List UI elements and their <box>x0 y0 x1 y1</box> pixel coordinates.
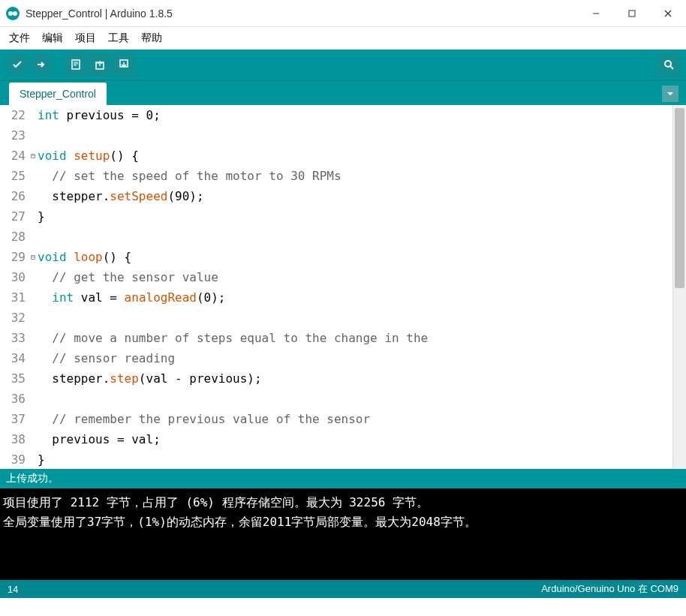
save-button[interactable] <box>113 53 135 76</box>
console-line: 项目使用了 2112 字节，占用了 (6%) 程序存储空间。最大为 32256 … <box>3 493 683 512</box>
menu-help[interactable]: 帮助 <box>135 29 168 48</box>
line-number: 33 <box>0 328 26 348</box>
code-line[interactable]: void setup() { <box>38 146 672 166</box>
bottom-bar: 14 Arduino/Genuino Uno 在 COM9 <box>0 580 686 598</box>
tab-row: Stepper_Control <box>0 80 686 105</box>
code-editor[interactable]: 222324252627282930313233343536373839 ⊟⊟ … <box>0 105 686 469</box>
open-button[interactable] <box>89 53 111 76</box>
code-line[interactable]: stepper.step(val - previous); <box>38 368 672 389</box>
scrollbar-thumb[interactable] <box>675 108 684 288</box>
line-gutter: 222324252627282930313233343536373839 <box>0 105 29 469</box>
menu-edit[interactable]: 编辑 <box>36 29 69 48</box>
fold-column[interactable]: ⊟⊟ <box>29 105 38 469</box>
code-line[interactable] <box>38 308 672 328</box>
svg-rect-1 <box>629 11 635 17</box>
line-number: 38 <box>0 429 26 449</box>
line-number: 29 <box>0 247 26 267</box>
window-controls <box>578 0 686 26</box>
arduino-icon <box>6 7 20 20</box>
line-number: 28 <box>0 227 26 247</box>
fold-marker <box>29 429 38 449</box>
menu-project[interactable]: 项目 <box>69 29 102 48</box>
fold-marker <box>29 227 38 247</box>
status-message: 上传成功。 <box>6 472 59 485</box>
console-output[interactable]: 项目使用了 2112 字节，占用了 (6%) 程序存储空间。最大为 32256 … <box>0 488 686 580</box>
line-number: 27 <box>0 206 26 227</box>
svg-rect-4 <box>72 60 80 69</box>
title-bar: Stepper_Control | Arduino 1.8.5 <box>0 0 686 27</box>
menu-tools[interactable]: 工具 <box>102 29 135 48</box>
console-line: 全局变量使用了37字节，(1%)的动态内存，余留2011字节局部变量。最大为20… <box>3 512 683 532</box>
code-line[interactable]: // move a number of steps equal to the c… <box>38 328 672 348</box>
fold-marker <box>29 186 38 206</box>
fold-marker <box>29 287 38 308</box>
fold-marker <box>29 409 38 429</box>
code-line[interactable]: } <box>38 206 672 227</box>
serial-monitor-button[interactable] <box>657 53 680 76</box>
fold-marker <box>29 308 38 328</box>
fold-marker <box>29 267 38 287</box>
fold-marker <box>29 348 38 368</box>
tab-sketch[interactable]: Stepper_Control <box>9 83 107 105</box>
line-number-indicator: 14 <box>8 584 18 595</box>
code-line[interactable]: stepper.setSpeed(90); <box>38 186 672 206</box>
menu-file[interactable]: 文件 <box>3 29 36 48</box>
upload-button[interactable] <box>30 53 53 76</box>
line-number: 39 <box>0 449 26 469</box>
board-port-indicator: Arduino/Genuino Uno 在 COM9 <box>541 582 678 596</box>
code-area[interactable]: int previous = 0;void setup() { // set t… <box>38 105 672 469</box>
code-line[interactable] <box>38 389 672 409</box>
svg-line-11 <box>670 66 673 69</box>
toolbar <box>0 50 686 80</box>
line-number: 24 <box>0 146 26 166</box>
line-number: 25 <box>0 166 26 186</box>
code-line[interactable]: // sensor reading <box>38 348 672 368</box>
line-number: 32 <box>0 308 26 328</box>
new-button[interactable] <box>65 53 87 76</box>
line-number: 37 <box>0 409 26 429</box>
code-line[interactable]: // remember the previous value of the se… <box>38 409 672 429</box>
tab-menu-button[interactable] <box>662 86 678 102</box>
fold-marker <box>29 389 38 409</box>
line-number: 34 <box>0 348 26 368</box>
fold-marker <box>29 449 38 469</box>
code-line[interactable] <box>38 227 672 247</box>
minimize-button[interactable] <box>578 0 614 26</box>
close-button[interactable] <box>650 0 686 26</box>
fold-marker <box>29 328 38 348</box>
line-number: 23 <box>0 125 26 146</box>
code-line[interactable]: // set the speed of the motor to 30 RPMs <box>38 166 672 186</box>
code-line[interactable]: // get the sensor value <box>38 267 672 287</box>
line-number: 31 <box>0 287 26 308</box>
fold-marker <box>29 206 38 227</box>
line-number: 35 <box>0 368 26 389</box>
code-line[interactable]: previous = val; <box>38 429 672 449</box>
line-number: 26 <box>0 186 26 206</box>
fold-marker <box>29 368 38 389</box>
code-line[interactable]: void loop() { <box>38 247 672 267</box>
code-line[interactable] <box>38 125 672 146</box>
window-title: Stepper_Control | Arduino 1.8.5 <box>26 8 578 20</box>
fold-marker <box>29 166 38 186</box>
vertical-scrollbar[interactable] <box>672 105 686 469</box>
menu-bar: 文件 编辑 项目 工具 帮助 <box>0 27 686 50</box>
line-number: 30 <box>0 267 26 287</box>
svg-point-10 <box>665 61 671 67</box>
fold-marker <box>29 105 38 125</box>
line-number: 36 <box>0 389 26 409</box>
status-row: 上传成功。 <box>0 469 686 488</box>
fold-marker[interactable]: ⊟ <box>29 146 38 166</box>
code-line[interactable]: int previous = 0; <box>38 105 672 125</box>
code-line[interactable]: } <box>38 449 672 469</box>
fold-marker[interactable]: ⊟ <box>29 247 38 267</box>
line-number: 22 <box>0 105 26 125</box>
code-line[interactable]: int val = analogRead(0); <box>38 287 672 308</box>
verify-button[interactable] <box>6 53 29 76</box>
fold-marker <box>29 125 38 146</box>
maximize-button[interactable] <box>614 0 650 26</box>
